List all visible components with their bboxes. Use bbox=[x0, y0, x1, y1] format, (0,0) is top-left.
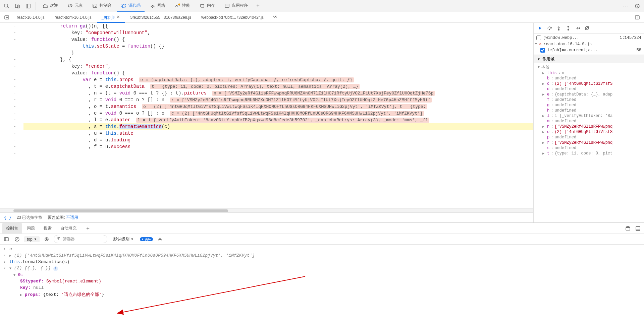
breakpoint-checkbox[interactable] bbox=[540, 48, 545, 53]
console-input: c bbox=[9, 247, 641, 252]
file-tab[interactable]: _app.js✕ bbox=[97, 12, 125, 23]
drawer-tab-search[interactable]: 搜索 bbox=[40, 223, 56, 234]
drawer-tab-issues[interactable]: 问题 bbox=[23, 223, 39, 234]
perf-icon bbox=[175, 3, 180, 8]
filter-input[interactable]: 筛选器 bbox=[54, 235, 107, 243]
watch-file-label: (window.webp... bbox=[543, 36, 579, 40]
step-out-icon[interactable] bbox=[565, 24, 572, 32]
info-icon[interactable]: i bbox=[53, 266, 58, 271]
scope-variable[interactable]: ▶this: n bbox=[536, 70, 644, 76]
panel-toggle-icon[interactable] bbox=[633, 13, 642, 22]
scope-local-label: ▼ 本地 bbox=[536, 64, 644, 70]
scope-variable[interactable]: ▶e: {captchatData: {…}, adap bbox=[536, 92, 644, 97]
svg-rect-21 bbox=[4, 238, 8, 241]
console-toolbar: top ▼ 筛选器 默认级别 ▼ 99+ bbox=[0, 234, 644, 245]
memory-icon bbox=[200, 3, 205, 8]
scope-variable[interactable]: g: undefined bbox=[536, 103, 644, 108]
scope-variable[interactable]: ▶r: ['VSMZy2eRf4Gl1sRFFwwpnq bbox=[536, 140, 644, 145]
more-icon[interactable]: ··· bbox=[621, 1, 631, 11]
scope-variable[interactable]: h: undefined bbox=[536, 108, 644, 113]
tab-network[interactable]: 网络 bbox=[146, 0, 169, 12]
drawer-expand-icon[interactable] bbox=[624, 224, 632, 233]
tab-application[interactable]: 应用程序 bbox=[220, 0, 252, 12]
svg-point-15 bbox=[568, 29, 569, 30]
file-nav-toggle-icon[interactable] bbox=[2, 13, 11, 22]
tab-console[interactable]: 控制台 bbox=[88, 0, 116, 12]
step-icon[interactable] bbox=[574, 24, 581, 32]
deactivate-breakpoints-icon[interactable] bbox=[583, 24, 591, 32]
scope-variable[interactable]: ▶n: ['VSMZy2eRf4Gl1sRFFwwpnq bbox=[536, 124, 644, 129]
file-tab[interactable]: react-dom-16.14.0.js bbox=[50, 12, 96, 23]
svg-rect-8 bbox=[201, 4, 204, 7]
drawer-tabs: 控制台 问题 搜索 自动填充 ＋ bbox=[0, 223, 644, 234]
issue-count-badge[interactable]: 99+ bbox=[140, 237, 153, 241]
log-level-selector[interactable]: 默认级别 ▼ bbox=[111, 236, 137, 243]
coverage-label: 覆盖范围: 不适用 bbox=[48, 215, 78, 220]
console-output[interactable]: ▶ (2) ['4ntGHUqMtltGiVfsfSqLiVwLtwqFSsiK… bbox=[9, 253, 641, 258]
code-panel: ------------------ return ga()(n, [{ key… bbox=[0, 23, 533, 222]
console-output[interactable]: ▼ (2) [{…}, {…}] i bbox=[9, 266, 641, 271]
code-icon bbox=[67, 3, 73, 8]
dock-icon[interactable] bbox=[23, 1, 33, 11]
code-editor[interactable]: ------------------ return ga()(n, [{ key… bbox=[0, 23, 533, 208]
scope-variable[interactable]: ▶c: (2) ['4ntGHUqMtltGiVfsfS bbox=[536, 81, 644, 86]
devtools-toolbar: 欢迎 元素 控制台 源代码 网络 性能 内存 应用程序 ＋ ··· bbox=[0, 0, 644, 12]
watch-checkbox[interactable] bbox=[536, 36, 541, 40]
selected-word: formatSemantics bbox=[119, 124, 162, 129]
breakpoint-expr[interactable]: ie[ob]=a.current;a... bbox=[547, 48, 598, 53]
scope-variable[interactable]: ▶o: (2) ['4ntGHUqMtltGiVfsfS bbox=[536, 129, 644, 135]
svg-point-5 bbox=[122, 5, 125, 7]
scope-variable[interactable]: b: undefined bbox=[536, 76, 644, 81]
console-input: this.formatSemantics(c) bbox=[9, 259, 641, 264]
help-icon[interactable] bbox=[633, 1, 642, 11]
clear-console-icon[interactable] bbox=[13, 236, 21, 243]
console-prop: key: null bbox=[20, 285, 641, 290]
console-body[interactable]: ›c ‹▶ (2) ['4ntGHUqMtltGiVfsfSqLiVwLtwqF… bbox=[0, 245, 644, 327]
step-over-icon[interactable] bbox=[546, 24, 553, 32]
console-object[interactable]: ▼ 0: bbox=[13, 272, 641, 277]
braces-icon[interactable]: { } bbox=[4, 215, 11, 220]
horizontal-scrollbar[interactable] bbox=[0, 208, 533, 212]
file-tab[interactable]: 5fe1bf3f261c555...31673f6a2e8.js bbox=[125, 12, 196, 23]
step-into-icon[interactable] bbox=[555, 24, 562, 32]
console-prop[interactable]: ▶ props: {text: '请点击绿色的全部'} bbox=[20, 291, 641, 298]
svg-point-6 bbox=[152, 7, 153, 8]
context-selector[interactable]: top ▼ bbox=[24, 236, 40, 242]
svg-point-14 bbox=[558, 29, 559, 30]
scope-variable[interactable]: s: undefined bbox=[536, 145, 644, 151]
drawer-dock-icon[interactable] bbox=[634, 224, 642, 233]
file-tab[interactable]: react-16.14.0.js bbox=[12, 12, 49, 23]
scope-variable[interactable]: d: undefined bbox=[536, 86, 644, 92]
scope-variable[interactable]: f: undefined bbox=[536, 97, 644, 103]
scope-variable[interactable]: p: undefined bbox=[536, 135, 644, 140]
svg-point-25 bbox=[159, 239, 161, 240]
selection-chars: 23 已选择字符 bbox=[17, 215, 43, 220]
tab-memory[interactable]: 内存 bbox=[196, 0, 219, 12]
editor-infobar: { } 23 已选择字符 覆盖范围: 不适用 bbox=[0, 212, 533, 222]
drawer-add-tab-icon[interactable]: ＋ bbox=[81, 223, 95, 234]
file-tab[interactable]: webpack-bd70bfc...732eb04042f.js bbox=[197, 12, 268, 23]
scope-header[interactable]: ▼作用域 bbox=[534, 55, 644, 63]
console-settings-icon[interactable] bbox=[156, 236, 164, 243]
device-toggle-icon[interactable] bbox=[13, 1, 22, 11]
breakpoint-file[interactable]: react-dom-16.14.0.js bbox=[543, 42, 592, 47]
tab-sources[interactable]: 源代码 bbox=[117, 0, 145, 12]
close-icon[interactable]: ✕ bbox=[116, 14, 120, 19]
tab-elements[interactable]: 元素 bbox=[63, 0, 87, 12]
drawer-tab-autofill[interactable]: 自动填充 bbox=[56, 223, 80, 234]
drawer-tab-console[interactable]: 控制台 bbox=[2, 223, 22, 234]
inspect-icon[interactable] bbox=[2, 1, 11, 11]
tab-welcome[interactable]: 欢迎 bbox=[39, 0, 62, 12]
live-expr-icon[interactable] bbox=[43, 236, 50, 243]
resume-icon[interactable] bbox=[536, 24, 544, 32]
scope-variable[interactable]: ▶t: {type: 11, code: 0, pict bbox=[536, 151, 644, 156]
console-sidebar-toggle-icon[interactable] bbox=[3, 236, 10, 243]
cursor-position: 1:1457324 bbox=[620, 36, 641, 40]
scope-body: ▼ 本地 ▶this: nb: undefined▶c: (2) ['4ntGH… bbox=[534, 63, 644, 222]
file-tabs-overflow-icon[interactable] bbox=[269, 14, 282, 20]
scope-variable[interactable]: m: undefined bbox=[536, 119, 644, 124]
add-tab-icon[interactable]: ＋ bbox=[253, 1, 263, 11]
file-tab-strip: react-16.14.0.js react-dom-16.14.0.js _a… bbox=[0, 12, 644, 23]
tab-performance[interactable]: 性能 bbox=[171, 0, 194, 12]
scope-variable[interactable]: ▶l: i {_verifyAuthToken: '8a bbox=[536, 113, 644, 119]
